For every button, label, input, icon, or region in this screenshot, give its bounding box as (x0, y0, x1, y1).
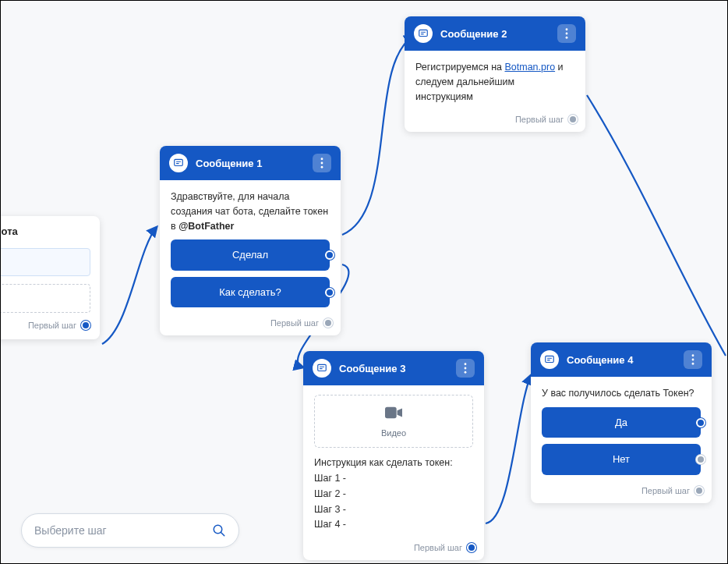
node-body: Здравствуйте, для начала создания чат бо… (160, 180, 341, 314)
svg-point-9 (465, 363, 467, 365)
svg-line-18 (221, 532, 224, 536)
output-port[interactable] (694, 486, 704, 495)
footer-label: Первый шаг (515, 115, 564, 124)
node-title: Сообщение 2 (440, 28, 550, 40)
svg-rect-12 (385, 407, 397, 419)
step-search[interactable] (21, 513, 239, 548)
start-trigger-box[interactable]: пку "Старт" (0, 248, 90, 276)
add-trigger-box[interactable]: триггер + (0, 284, 90, 313)
step-item: Шаг 1 - (314, 471, 473, 486)
svg-point-14 (692, 354, 694, 356)
node-message-2[interactable]: Сообщение 2 Регистрируемся на Botman.pro… (405, 16, 585, 132)
video-icon (385, 406, 402, 419)
node-title: Сообщение 4 (567, 354, 676, 366)
node-menu-button[interactable] (456, 359, 475, 378)
node-body: Регистрируемся на Botman.pro и следуем д… (405, 51, 585, 110)
action-button-no[interactable]: Нет (542, 444, 701, 475)
node-footer: Первый шаг (303, 538, 484, 560)
svg-point-11 (465, 371, 467, 374)
output-port[interactable] (323, 318, 333, 328)
svg-point-1 (321, 158, 323, 160)
media-label: Видео (321, 427, 466, 440)
output-port[interactable] (467, 543, 476, 552)
message-icon (540, 350, 559, 369)
footer-label: Первый шаг (414, 543, 462, 552)
message-icon (169, 154, 188, 172)
message-icon (414, 24, 433, 43)
node-footer: Первый шаг (531, 481, 712, 503)
svg-point-7 (566, 37, 568, 39)
node-title-fragment: а вашего чат бота (0, 225, 90, 237)
node-body: У вас получилось сделать Токен? Да Нет (531, 377, 712, 481)
node-header: Сообщение 2 (405, 16, 585, 51)
footer-label: Первый шаг (641, 486, 690, 495)
node-footer: Первый шаг (405, 110, 585, 132)
svg-point-15 (692, 359, 694, 361)
step-item: Шаг 2 - (314, 487, 473, 502)
node-message-1[interactable]: Сообщение 1 Здравствуйте, для начала соз… (160, 146, 341, 335)
search-input[interactable] (34, 524, 212, 537)
body-text: У вас получилось сделать Токен? (542, 388, 694, 399)
step-item: Шаг 4 - (314, 517, 473, 532)
instruction-title: Инструкция как сделать токен: (314, 456, 473, 470)
flow-canvas[interactable]: а вашего чат бота пку "Старт" триггер + … (1, 1, 727, 563)
svg-point-16 (692, 363, 694, 365)
body-prefix: Регистрируемся на (415, 62, 504, 73)
output-port[interactable] (568, 115, 578, 124)
node-title: Сообщение 3 (339, 363, 448, 374)
node-message-4[interactable]: Сообщение 4 У вас получилось сделать Ток… (531, 342, 712, 503)
node-menu-button[interactable] (313, 154, 331, 172)
svg-rect-13 (546, 356, 554, 362)
video-placeholder[interactable]: Видео (314, 395, 473, 448)
button-label: Сделал (232, 249, 268, 261)
node-title: Сообщение 1 (196, 158, 305, 169)
button-label: Да (615, 417, 627, 428)
search-icon (212, 523, 226, 537)
svg-rect-8 (318, 364, 327, 371)
output-port[interactable] (696, 418, 705, 427)
svg-point-5 (566, 28, 568, 30)
output-port[interactable] (696, 455, 705, 464)
svg-point-6 (566, 33, 568, 35)
footer-label: Первый шаг (28, 321, 76, 330)
node-header: Сообщение 1 (160, 146, 341, 180)
node-footer: Первый шаг (160, 314, 341, 335)
action-button-yes[interactable]: Да (542, 407, 701, 438)
output-port[interactable] (325, 288, 334, 297)
svg-rect-0 (175, 159, 183, 165)
button-label: Нет (613, 453, 630, 465)
action-button-done[interactable]: Сделал (171, 239, 330, 271)
node-body: Видео Инструкция как сделать токен: Шаг … (303, 385, 484, 538)
node-header: Сообщение 4 (531, 342, 712, 377)
svg-point-3 (321, 166, 323, 168)
steps-list: Шаг 1 - Шаг 2 - Шаг 3 - Шаг 4 - (314, 471, 473, 532)
node-message-3[interactable]: Сообщение 3 Видео Инструкция как сделать… (303, 351, 484, 560)
body-bold: @BotFather (178, 221, 234, 232)
body-link[interactable]: Botman.pro (504, 62, 555, 73)
svg-rect-4 (419, 30, 428, 36)
output-port[interactable] (325, 250, 334, 260)
node-menu-button[interactable] (557, 24, 576, 43)
action-button-howto[interactable]: Как сделать? (171, 277, 330, 308)
button-label: Как сделать? (219, 286, 281, 298)
svg-point-10 (465, 367, 467, 370)
message-icon (313, 359, 331, 378)
trigger-node-partial[interactable]: а вашего чат бота пку "Старт" триггер + … (0, 216, 100, 339)
node-menu-button[interactable] (684, 350, 702, 369)
step-item: Шаг 3 - (314, 502, 473, 517)
svg-point-2 (321, 162, 323, 165)
footer-label: Первый шаг (270, 318, 319, 328)
node-header: Сообщение 3 (303, 351, 484, 385)
output-port[interactable] (81, 321, 90, 330)
